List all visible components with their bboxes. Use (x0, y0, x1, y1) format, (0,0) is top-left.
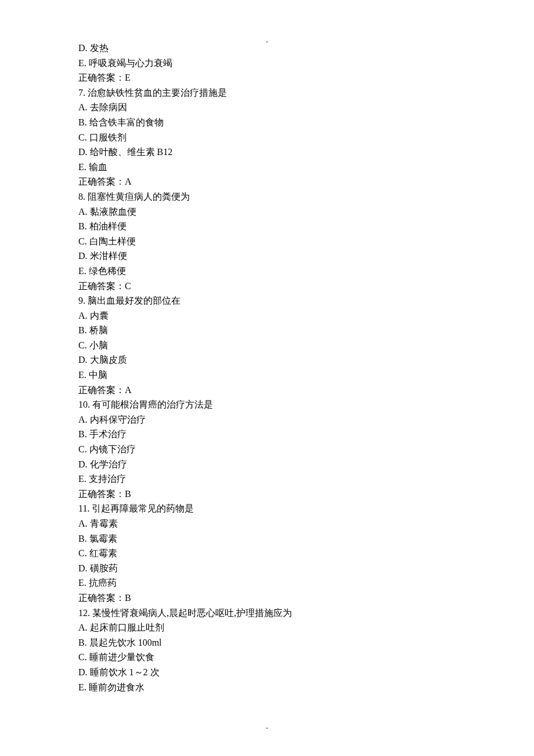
option-line: D. 磺胺药 (78, 561, 461, 576)
question-line: 7. 治愈缺铁性贫血的主要治疗措施是 (78, 85, 461, 100)
option-line: E. 呼吸衰竭与心力衰竭 (78, 56, 461, 71)
question-line: 11. 引起再障最常见的药物是 (78, 501, 461, 516)
page-decor-bottom: . (266, 720, 268, 733)
answer-line: 正确答案：A (78, 174, 461, 189)
option-line: D. 米泔样便 (78, 249, 461, 264)
option-line: B. 氯霉素 (78, 531, 461, 546)
option-line: A. 青霉素 (78, 516, 461, 531)
option-line: C. 小脑 (78, 338, 461, 353)
option-line: A. 去除病因 (78, 100, 461, 115)
option-line: A. 内囊 (78, 308, 461, 323)
answer-line: 正确答案：E (78, 70, 461, 85)
option-line: C. 红霉素 (78, 546, 461, 561)
answer-line: 正确答案：A (78, 383, 461, 398)
option-line: C. 内镜下治疗 (78, 442, 461, 457)
option-line: D. 大脑皮质 (78, 352, 461, 368)
option-line: E. 睡前勿进食水 (78, 680, 461, 695)
option-line: B. 桥脑 (78, 323, 461, 338)
option-line: D. 给叶酸、维生素 B12 (78, 145, 461, 160)
option-line: A. 内科保守治疗 (78, 412, 461, 427)
answer-line: 正确答案：B (78, 487, 461, 502)
option-line: A. 黏液脓血便 (78, 204, 461, 219)
option-line: C. 睡前进少量饮食 (78, 650, 461, 665)
question-line: 8. 阻塞性黄疸病人的粪便为 (78, 189, 461, 204)
question-line: 10. 有可能根治胃癌的治疗方法是 (78, 397, 461, 412)
option-line: E. 抗癌药 (78, 575, 461, 591)
option-line: E. 输血 (78, 160, 461, 175)
content-block: D. 发热 E. 呼吸衰竭与心力衰竭 正确答案：E 7. 治愈缺铁性贫血的主要治… (78, 41, 461, 694)
option-line: D. 化学治疗 (78, 457, 461, 472)
option-line: E. 绿色稀便 (78, 264, 461, 279)
question-line: 9. 脑出血最好发的部位在 (78, 293, 461, 308)
option-line: D. 睡前饮水 1～2 次 (78, 665, 461, 680)
option-line: B. 给含铁丰富的食物 (78, 115, 461, 130)
page-decor-top: . (266, 34, 268, 46)
option-line: B. 晨起先饮水 100ml (78, 635, 461, 650)
option-line: B. 手术治疗 (78, 427, 461, 442)
option-line: C. 口服铁剂 (78, 130, 461, 145)
question-line: 12. 某慢性肾衰竭病人,晨起时恶心呕吐,护理措施应为 (78, 606, 461, 621)
option-line: C. 白陶土样便 (78, 234, 461, 249)
option-line: E. 支持治疗 (78, 471, 461, 487)
option-line: B. 柏油样便 (78, 219, 461, 234)
answer-line: 正确答案：B (78, 591, 461, 606)
option-line: A. 起床前口服止吐剂 (78, 620, 461, 635)
option-line: E. 中脑 (78, 368, 461, 383)
option-line: D. 发热 (78, 41, 461, 56)
answer-line: 正确答案：C (78, 279, 461, 294)
